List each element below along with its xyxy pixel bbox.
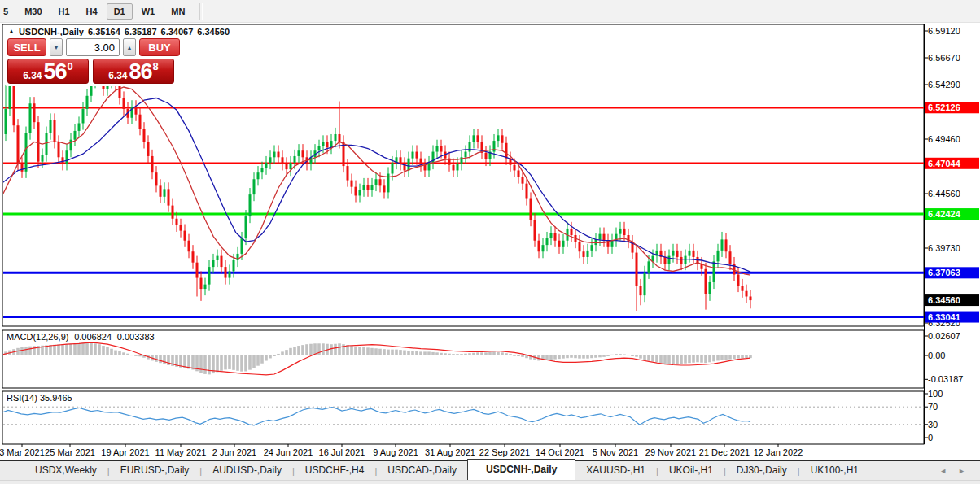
timeframe-5-button[interactable]: 5 — [0, 3, 15, 20]
candle-body — [603, 234, 606, 241]
volume-increase-button[interactable]: ▲ — [123, 38, 136, 56]
price-level-label: 6.37063 — [925, 267, 979, 278]
tab-usdcad-daily[interactable]: USDCAD-,Daily — [377, 461, 467, 480]
tab-ukoil-h1[interactable]: UKOil-,H1 — [658, 461, 724, 480]
candle-body — [261, 168, 264, 172]
buy-button[interactable]: BUY — [139, 38, 180, 56]
sell-button[interactable]: SELL — [7, 38, 46, 56]
candle-body — [13, 81, 15, 125]
sell-price-pip: 0 — [68, 62, 73, 72]
candle-body — [233, 260, 235, 271]
candle-body — [424, 165, 427, 171]
candle-body — [550, 233, 553, 238]
candle-body — [5, 109, 7, 134]
timeframe-toolbar: 5M30H1H4D1W1MN — [0, 0, 980, 23]
svg-text:70: 70 — [928, 402, 938, 412]
candle-body — [66, 150, 68, 164]
tab-uk100-h1[interactable]: UK100-,H1 — [800, 461, 869, 480]
candle-body — [135, 107, 138, 114]
candle-body — [241, 238, 243, 254]
candle-body — [278, 152, 280, 158]
price-level-label: 6.33041 — [925, 312, 979, 323]
candle-body — [680, 257, 683, 264]
candle-body — [290, 163, 292, 169]
date-label: 14 Oct 2021 — [536, 447, 584, 457]
tab-usdcnh-daily[interactable]: USDCNH-,Daily — [467, 459, 575, 480]
candle-body — [453, 165, 455, 171]
candle-body — [196, 263, 199, 278]
candle-body — [265, 163, 268, 168]
candle-body — [611, 241, 614, 247]
tab-audusd-daily[interactable]: AUDUSD-,Daily — [202, 461, 292, 480]
current-price-label: 6.34560 — [925, 294, 979, 306]
price-tick-label: 6.49460 — [928, 134, 960, 144]
tab-eurusd-daily[interactable]: EURUSD-,Daily — [110, 461, 200, 480]
candle-body — [623, 229, 626, 235]
timeframe-h1-button[interactable]: H1 — [51, 3, 77, 20]
macd-label: MACD(12,26,9) -0.006824 -0.003383 — [7, 332, 155, 342]
candle-body — [147, 142, 150, 156]
candle-body — [705, 269, 707, 294]
date-label: 12 Jan 2022 — [754, 447, 803, 457]
sell-price-display[interactable]: 6.34 56 0 — [7, 59, 89, 84]
toolbar-separator — [199, 3, 203, 20]
candle-body — [599, 234, 602, 240]
candle-body — [221, 256, 223, 267]
buy-price-pip: 8 — [153, 62, 159, 72]
candle-body — [326, 142, 329, 147]
candle-body — [693, 251, 695, 257]
candle-body — [143, 129, 146, 142]
chart-canvas[interactable]: 6.591206.566706.542906.494606.445606.397… — [0, 23, 980, 460]
candle-body — [644, 273, 646, 295]
candle-body — [347, 166, 349, 181]
sell-price-prefix: 6.34 — [23, 70, 42, 82]
tab-scroll-left-button[interactable]: ◄ — [939, 467, 947, 475]
date-label: 5 Nov 2021 — [593, 447, 638, 457]
candle-body — [245, 216, 247, 238]
timeframe-m30-button[interactable]: M30 — [17, 3, 49, 20]
timeframe-mn-button[interactable]: MN — [164, 3, 192, 20]
collapse-panel-icon[interactable]: ▲ — [8, 28, 15, 35]
svg-text:6.47044: 6.47044 — [928, 159, 961, 168]
timeframe-d1-button[interactable]: D1 — [107, 3, 133, 20]
tab-usdchf-h4[interactable]: USDCHF-,H4 — [295, 461, 375, 480]
candle-body — [151, 156, 154, 172]
candle-body — [469, 142, 471, 151]
candle-body — [273, 152, 276, 158]
candle-body — [172, 206, 174, 219]
candle-body — [74, 131, 77, 140]
buy-price-display[interactable]: 6.34 86 8 — [93, 59, 174, 84]
candle-body — [689, 251, 691, 256]
candle-body — [37, 122, 40, 162]
candle-body — [302, 150, 304, 157]
price-tick-label: 6.56670 — [928, 53, 960, 63]
candle-body — [420, 159, 422, 165]
candle-body — [253, 179, 256, 194]
candle-body — [672, 251, 675, 256]
tab-dj30-daily[interactable]: DJ30-,Daily — [726, 461, 798, 480]
tab-usdx-weekly[interactable]: USDX,Weekly — [24, 461, 107, 480]
candle-body — [412, 152, 414, 159]
candle-body — [139, 115, 142, 129]
time-axis: 3 Mar 202125 Mar 202119 Apr 202111 May 2… — [0, 444, 803, 457]
candle-body — [70, 140, 72, 150]
rsi-axis: 10070300 — [924, 389, 943, 443]
timeframe-w1-button[interactable]: W1 — [134, 3, 163, 20]
candle-body — [400, 157, 402, 164]
candle-body — [42, 155, 44, 162]
candle-body — [713, 261, 715, 282]
candle-body — [21, 164, 24, 171]
candle-body — [636, 253, 638, 286]
tab-scroll-right-button[interactable]: ► — [958, 467, 965, 475]
candle-body — [465, 152, 467, 158]
candle-body — [408, 159, 410, 171]
one-click-trading-panel: SELL ▼ ▲ BUY 6.34 56 0 6.34 86 8 — [5, 36, 182, 86]
tab-xauusd-h1[interactable]: XAUUSD-,H1 — [575, 461, 656, 480]
date-label: 25 Mar 2021 — [45, 447, 95, 457]
volume-decrease-button[interactable]: ▼ — [50, 38, 63, 56]
candle-body — [518, 170, 520, 177]
timeframe-h4-button[interactable]: H4 — [79, 3, 105, 20]
candle-body — [351, 181, 353, 187]
volume-input[interactable] — [66, 38, 120, 56]
candle-body — [436, 146, 439, 152]
